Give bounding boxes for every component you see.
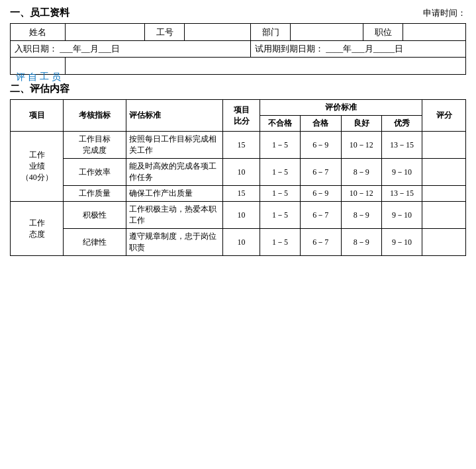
header-good: 良好 [341,116,381,132]
eval-table: 项目 考核指标 评估标准 项目 比分 评价标准 评分 不合格 合格 良好 优秀 … [10,99,466,256]
entry-date-format: ___年__月___日 [60,44,120,54]
header-unqualified: 不合格 [260,116,300,132]
indicator-cell: 工作效率 [64,159,126,186]
section2-title: 二、评估内容 [10,83,466,95]
score-cell[interactable] [422,132,466,159]
employee-id-label: 工号 [145,24,185,41]
qualified-cell: 6－9 [301,186,341,202]
qualified-cell: 6－7 [301,159,341,186]
ratio-cell: 10 [223,229,260,256]
self-eval-content[interactable] [66,58,466,75]
good-cell: 10－12 [341,186,381,202]
entry-date-label: 入职日期： [15,44,58,54]
qualified-cell: 6－9 [301,132,341,159]
probation-format: ____年___月_____日 [326,44,403,54]
indicator-cell: 工作目标 完成度 [64,132,126,159]
employee-info-table: 姓名 工号 部门 职位 入职日期： ___年__月___日 试用期到期日期： _… [10,23,466,75]
position-value[interactable] [403,24,466,41]
category-cell: 工作 态度 [11,202,64,256]
eval-standard-cell: 能及时高效的完成各项工作任务 [126,159,223,186]
indicator-cell: 积极性 [64,202,126,229]
header-qualified: 合格 [301,116,341,132]
eval-standard-cell: 按照每日工作目标完成相关工作 [126,132,223,159]
date-row: 入职日期： ___年__月___日 试用期到期日期： ____年___月____… [11,41,466,58]
score-cell[interactable] [422,229,466,256]
qualified-cell: 6－7 [301,202,341,229]
excellent-cell: 13－15 [381,132,422,159]
table-row: 工作质量确保工作产出质量151－56－910－1213－15 [11,186,466,202]
header-ratio-label: 项目 [226,105,256,116]
unqualified-cell: 1－5 [260,229,300,256]
eval-standard-cell: 遵守规章制度，忠于岗位职责 [126,229,223,256]
category-cell: 工作 业绩 （40分） [11,132,64,202]
ratio-cell: 15 [223,186,260,202]
good-cell: 8－9 [341,229,381,256]
header-excellent: 优秀 [381,116,422,132]
self-eval-row: 员工自评 [11,58,466,75]
table-row: 工作 态度积极性工作积极主动，热爱本职工作101－56－78－99－10 [11,202,466,229]
eval-table-header: 项目 考核指标 评估标准 项目 比分 评价标准 评分 [11,100,466,116]
section2-title-text: 二、评估内容 [10,83,70,94]
department-value[interactable] [291,24,363,41]
good-cell: 10－12 [341,132,381,159]
header-eval-standard: 评价标准 [260,100,422,116]
table-row: 工作 业绩 （40分）工作目标 完成度按照每日工作目标完成相关工作151－56－… [11,132,466,159]
score-cell[interactable] [422,202,466,229]
ratio-cell: 10 [223,159,260,186]
unqualified-cell: 1－5 [260,159,300,186]
table-row: 纪律性遵守规章制度，忠于岗位职责101－56－78－99－10 [11,229,466,256]
department-label: 部门 [251,24,291,41]
section1-title-text: 一、员工资料 [10,7,70,19]
score-cell[interactable] [422,159,466,186]
position-label: 职位 [363,24,403,41]
header-score: 评分 [422,100,466,132]
header-ratio-sub: 比分 [226,116,256,127]
header-indicator: 考核指标 [64,100,126,132]
header-project: 项目 [11,100,64,132]
name-label: 姓名 [11,24,66,41]
entry-date-cell: 入职日期： ___年__月___日 [11,41,251,58]
self-eval-label: 员工自评 [11,58,66,75]
ratio-cell: 15 [223,132,260,159]
probation-date-cell: 试用期到期日期： ____年___月_____日 [251,41,466,58]
score-cell[interactable] [422,186,466,202]
excellent-cell: 13－15 [381,186,422,202]
qualified-cell: 6－7 [301,229,341,256]
excellent-cell: 9－10 [381,159,422,186]
probation-label: 试用期到期日期： [255,44,324,54]
indicator-cell: 纪律性 [64,229,126,256]
name-row: 姓名 工号 部门 职位 [11,24,466,41]
eval-standard-cell: 确保工作产出质量 [126,186,223,202]
unqualified-cell: 1－5 [260,132,300,159]
ratio-cell: 10 [223,202,260,229]
employee-id-value[interactable] [185,24,251,41]
name-value[interactable] [66,24,145,41]
excellent-cell: 9－10 [381,229,422,256]
apply-time-label: 申请时间： [423,7,466,19]
unqualified-cell: 1－5 [260,202,300,229]
section1-title: 一、员工资料 申请时间： [10,7,466,19]
good-cell: 8－9 [341,159,381,186]
header-ratio: 项目 比分 [223,100,260,132]
excellent-cell: 9－10 [381,202,422,229]
header-standard: 评估标准 [126,100,223,132]
table-row: 工作效率能及时高效的完成各项工作任务101－56－78－99－10 [11,159,466,186]
good-cell: 8－9 [341,202,381,229]
eval-standard-cell: 工作积极主动，热爱本职工作 [126,202,223,229]
indicator-cell: 工作质量 [64,186,126,202]
unqualified-cell: 1－5 [260,186,300,202]
